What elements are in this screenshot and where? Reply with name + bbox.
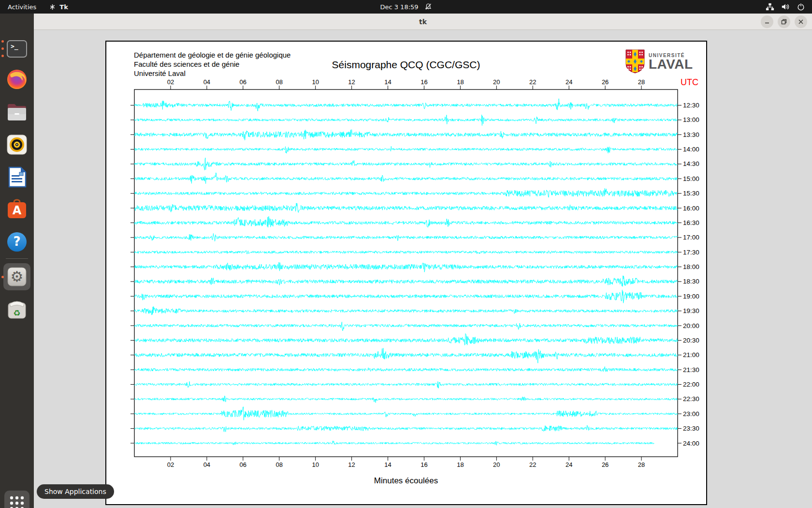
- running-indicator-dot: [1, 47, 4, 50]
- x-tick-label-bottom: 22: [529, 461, 536, 468]
- clock[interactable]: Dec 3 18:59: [353, 0, 459, 14]
- trash-icon: ♻: [5, 298, 29, 321]
- trace-time-label: 21:00: [683, 351, 699, 359]
- trace-time-label: 16:30: [683, 219, 699, 226]
- seismogram-plot: 0202040406060808101012121414161618182020…: [106, 42, 706, 504]
- settings-gear-icon: ⚙: [5, 265, 29, 288]
- dock-item-terminal[interactable]: >_: [5, 37, 29, 60]
- seismic-trace-21:30: [134, 367, 678, 372]
- x-tick-label-bottom: 04: [203, 461, 210, 468]
- minimize-icon: [764, 19, 770, 25]
- dock-item-trash[interactable]: ♻: [5, 298, 29, 321]
- seismic-trace-14:00: [134, 146, 678, 153]
- titlebar[interactable]: tk: [34, 14, 812, 30]
- x-tick-label-top: 14: [384, 78, 391, 86]
- dock-item-settings[interactable]: ⚙: [5, 265, 29, 288]
- seismic-trace-14:30: [134, 158, 678, 170]
- seismic-trace-16:00: [134, 203, 678, 213]
- plot-border: [134, 90, 678, 457]
- x-tick-label-top: 24: [566, 78, 572, 86]
- trace-time-label: 20:30: [683, 337, 699, 344]
- volume-icon: [781, 2, 790, 11]
- close-button[interactable]: [795, 15, 807, 28]
- show-applications-button[interactable]: [4, 491, 29, 508]
- svg-text:♻: ♻: [13, 308, 20, 318]
- trace-time-label: 19:00: [683, 293, 699, 300]
- dock-item-help[interactable]: ?: [5, 230, 29, 254]
- trace-time-label: 17:30: [683, 249, 699, 256]
- trace-time-label: 23:00: [683, 410, 699, 418]
- seismic-trace-24:00: [134, 441, 654, 445]
- svg-text:A: A: [13, 204, 22, 217]
- minimize-button[interactable]: [761, 15, 773, 28]
- svg-text:?: ?: [13, 234, 20, 249]
- trace-time-label: 15:30: [683, 190, 699, 197]
- dock-item-rhythmbox[interactable]: [5, 133, 29, 156]
- trace-time-label: 15:00: [683, 175, 699, 182]
- x-tick-label-top: 06: [240, 78, 246, 86]
- dock-item-firefox[interactable]: [5, 68, 29, 91]
- seismic-trace-15:30: [134, 188, 678, 197]
- x-tick-label-bottom: 18: [457, 461, 464, 468]
- seismic-trace-15:00: [134, 173, 678, 184]
- network-wired-icon: [766, 2, 774, 11]
- show-applications-tooltip: Show Applications: [37, 484, 114, 499]
- dock-item-libreoffice-writer[interactable]: [5, 165, 29, 189]
- rhythmbox-icon: [5, 133, 29, 156]
- seismic-trace-16:30: [134, 216, 678, 227]
- seismic-trace-21:00: [134, 348, 678, 363]
- seismic-trace-19:30: [134, 307, 678, 315]
- appmenu-label: Tk: [59, 3, 68, 11]
- x-tick-label-top: 04: [203, 78, 210, 86]
- x-tick-label-bottom: 02: [167, 461, 174, 468]
- dock-item-ubuntu-software[interactable]: A: [5, 198, 29, 221]
- x-tick-label-top: 28: [638, 78, 645, 86]
- maximize-button[interactable]: [778, 15, 790, 28]
- seismic-trace-17:30: [134, 251, 678, 254]
- trace-time-label: 23:30: [683, 425, 699, 432]
- running-indicator-dot: [1, 55, 4, 57]
- x-tick-label-bottom: 08: [276, 461, 282, 468]
- svg-text:>_: >_: [11, 43, 18, 50]
- trace-time-label: 20:00: [683, 322, 699, 329]
- system-status-area[interactable]: [766, 0, 808, 14]
- x-tick-label-top: 20: [493, 78, 500, 86]
- running-indicator-dot: [1, 276, 4, 278]
- x-tick-label-bottom: 06: [240, 461, 246, 468]
- x-tick-label-bottom: 20: [493, 461, 500, 468]
- seismic-trace-19:00: [134, 290, 678, 303]
- help-icon: ?: [5, 230, 29, 254]
- tk-window: tk Département de géologie et de génie g…: [34, 14, 812, 508]
- dock: >_: [0, 14, 34, 508]
- appmenu-tk[interactable]: Tk: [44, 0, 73, 14]
- trace-time-label: 22:00: [683, 381, 699, 388]
- x-tick-label-bottom: 10: [312, 461, 319, 468]
- top-bar: Activities Tk Dec 3 18:59: [0, 0, 812, 14]
- x-tick-label-top: 26: [602, 78, 609, 86]
- trace-time-label: 21:30: [683, 366, 699, 374]
- window-title: tk: [419, 18, 427, 26]
- seismic-trace-13:30: [134, 130, 678, 140]
- x-tick-label-bottom: 24: [566, 461, 572, 468]
- terminal-icon: >_: [5, 37, 29, 60]
- seismic-trace-20:00: [134, 322, 678, 330]
- files-folder-icon: [5, 101, 29, 124]
- trace-time-label: 18:00: [683, 263, 699, 270]
- trace-time-label: 13:00: [683, 116, 699, 123]
- tk-icon: [49, 3, 56, 11]
- dock-separator: [6, 258, 28, 259]
- svg-text:⚙: ⚙: [11, 268, 24, 285]
- trace-time-label: 12:30: [683, 102, 699, 109]
- firefox-icon: [5, 68, 29, 91]
- dock-item-files[interactable]: [5, 101, 29, 124]
- trace-time-label: 13:30: [683, 131, 699, 138]
- trace-time-label: 17:00: [683, 234, 699, 241]
- trace-time-label: 19:30: [683, 307, 699, 314]
- activities-button[interactable]: Activities: [0, 0, 44, 14]
- x-tick-label-bottom: 26: [602, 461, 609, 468]
- x-tick-label-top: 18: [457, 78, 464, 86]
- x-tick-label-top: 22: [529, 78, 536, 86]
- seismic-trace-18:00: [134, 262, 678, 272]
- seismic-trace-23:00: [134, 407, 678, 420]
- x-tick-label-bottom: 16: [420, 461, 427, 468]
